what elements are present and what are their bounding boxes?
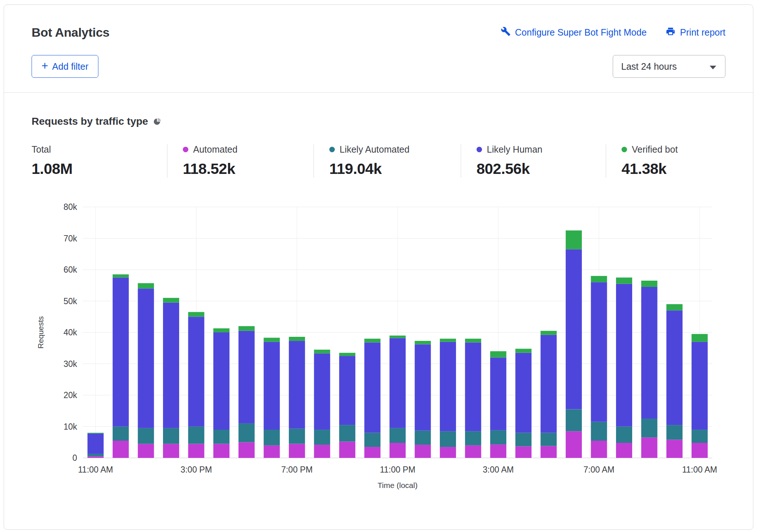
svg-text:3:00 PM: 3:00 PM bbox=[181, 465, 212, 474]
stat-value-verified-bot: 41.38k bbox=[622, 160, 718, 178]
stat-verified-bot[interactable]: Verified bot41.38k bbox=[606, 144, 725, 178]
pie-chart-icon bbox=[153, 117, 162, 126]
legend-dot-likely-human bbox=[477, 147, 482, 152]
printer-icon bbox=[666, 26, 675, 39]
svg-text:40k: 40k bbox=[64, 328, 77, 337]
chart-container: 010k20k30k40k50k60k70k80k11:00 AM3:00 PM… bbox=[32, 197, 725, 492]
stat-value-likely-automated: 119.04k bbox=[329, 160, 453, 178]
time-range-value: Last 24 hours bbox=[621, 61, 677, 72]
svg-text:60k: 60k bbox=[64, 265, 77, 274]
svg-text:70k: 70k bbox=[64, 234, 77, 243]
add-filter-button[interactable]: + Add filter bbox=[32, 55, 98, 78]
stat-label-likely-human: Likely Human bbox=[487, 144, 542, 155]
stat-label-likely-automated: Likely Automated bbox=[340, 144, 409, 155]
legend-dot-likely-automated bbox=[329, 147, 335, 152]
svg-text:11:00 AM: 11:00 AM bbox=[78, 465, 113, 474]
svg-text:Time (local): Time (local) bbox=[378, 481, 418, 489]
stat-value-automated: 118.52k bbox=[183, 160, 306, 178]
stat-label-verified-bot: Verified bot bbox=[632, 144, 678, 155]
stat-likely-human[interactable]: Likely Human802.56k bbox=[461, 144, 606, 178]
legend-dot-automated bbox=[183, 147, 188, 152]
configure-super-bot-fight-mode-link[interactable]: Configure Super Bot Fight Mode bbox=[501, 26, 647, 39]
stat-label-automated: Automated bbox=[193, 144, 238, 155]
svg-text:30k: 30k bbox=[64, 359, 77, 369]
print-link-label: Print report bbox=[680, 27, 725, 38]
print-report-link[interactable]: Print report bbox=[666, 26, 725, 39]
card-header: Bot Analytics Configure Super Bot Fight … bbox=[4, 5, 753, 92]
legend-dot-verified-bot bbox=[622, 147, 627, 152]
traffic-type-legend: Total1.08MAutomated118.52kLikely Automat… bbox=[32, 144, 725, 178]
svg-text:0: 0 bbox=[72, 453, 77, 463]
svg-text:20k: 20k bbox=[64, 390, 77, 400]
page-title: Bot Analytics bbox=[32, 25, 109, 40]
stat-total: Total1.08M bbox=[32, 144, 167, 178]
stat-value-total: 1.08M bbox=[32, 160, 160, 178]
svg-text:80k: 80k bbox=[64, 202, 77, 212]
add-filter-label: Add filter bbox=[52, 61, 88, 72]
requests-by-traffic-type-chart: 010k20k30k40k50k60k70k80k11:00 AM3:00 PM… bbox=[32, 197, 729, 491]
svg-text:11:00 PM: 11:00 PM bbox=[380, 465, 416, 474]
svg-text:7:00 AM: 7:00 AM bbox=[583, 465, 614, 474]
section-title: Requests by traffic type bbox=[32, 116, 148, 127]
svg-text:50k: 50k bbox=[64, 296, 77, 306]
svg-text:10k: 10k bbox=[64, 422, 77, 431]
bot-analytics-card: Bot Analytics Configure Super Bot Fight … bbox=[4, 4, 753, 530]
svg-text:Requests: Requests bbox=[36, 316, 45, 349]
wrench-icon bbox=[501, 26, 511, 39]
configure-link-label: Configure Super Bot Fight Mode bbox=[515, 27, 647, 38]
time-range-select[interactable]: Last 24 hours bbox=[613, 55, 725, 78]
svg-text:11:00 AM: 11:00 AM bbox=[682, 465, 717, 474]
stat-likely-automated[interactable]: Likely Automated119.04k bbox=[314, 144, 461, 178]
stat-automated[interactable]: Automated118.52k bbox=[167, 144, 314, 178]
stat-value-likely-human: 802.56k bbox=[477, 160, 598, 178]
chevron-down-icon bbox=[709, 61, 717, 72]
svg-text:3:00 AM: 3:00 AM bbox=[483, 465, 514, 474]
plus-icon: + bbox=[41, 60, 48, 72]
card-body: Requests by traffic type Total1.08MAutom… bbox=[4, 93, 753, 492]
stat-label-total: Total bbox=[32, 144, 51, 155]
svg-text:7:00 PM: 7:00 PM bbox=[281, 465, 313, 474]
